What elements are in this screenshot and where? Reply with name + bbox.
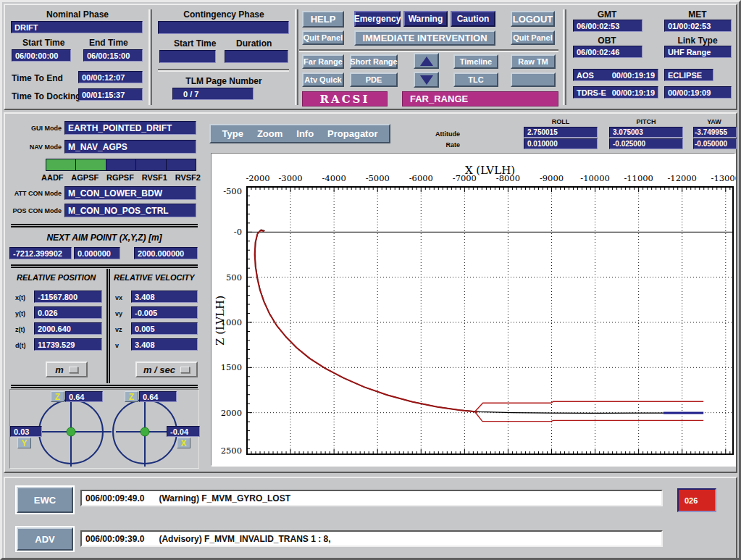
velocity-unit-dropdown[interactable]: m / sec	[135, 362, 198, 377]
svg-text:-3000: -3000	[278, 173, 302, 183]
aim-point-x: -7212.399902	[9, 247, 72, 259]
eclipse-field: ECLIPSE	[664, 69, 713, 81]
aim-point-z: 2000.000000	[134, 247, 198, 259]
nav-flag-bar	[46, 159, 196, 171]
vel-y-value: -0.005	[131, 306, 198, 319]
scroll-up-button[interactable]	[414, 53, 439, 69]
menu-propagator[interactable]: Propagator	[327, 128, 377, 139]
app-name-text: RACSI	[320, 93, 370, 106]
far-range-button[interactable]: Far Range	[302, 54, 344, 69]
svg-text:-9000: -9000	[540, 173, 564, 183]
gauge1-z-value: 0.64	[65, 391, 103, 402]
position-unit-value: m	[55, 364, 64, 375]
pos-d-value: 11739.529	[34, 338, 102, 351]
ewc-message-field[interactable]: 006/00:09:49.0 (Warning) F_MVM_GYRO_LOST	[80, 490, 663, 506]
scroll-down-button[interactable]	[414, 72, 439, 88]
blank-button[interactable]	[511, 72, 556, 87]
tdrs-field: TDRS-E 00/00:19:19	[573, 86, 658, 99]
svg-text:-11000: -11000	[624, 173, 653, 183]
top-status-bar: Nominal Phase DRIFT Start Time End Time …	[4, 4, 737, 110]
menu-info[interactable]: Info	[296, 128, 314, 139]
logout-button[interactable]: LOGOUT	[511, 11, 555, 27]
gauge2-z-value: 0.64	[139, 391, 177, 402]
trajectory-chart[interactable]: -2000-3000-4000-5000-6000-7000-8000-9000…	[211, 153, 735, 466]
roll-header: ROLL	[524, 118, 598, 125]
svg-text:-500: -500	[223, 186, 242, 196]
quit-panel-right-button[interactable]: Quit Panel	[511, 30, 555, 45]
nav-flag-labels: AADF AGPSF RGPSF RVSF1 RVSF2	[41, 173, 201, 182]
vel-z-value: 0.005	[131, 322, 198, 335]
caution-button[interactable]: Caution	[451, 11, 495, 27]
svg-text:X (LVLH): X (LVLH)	[465, 164, 515, 177]
adv-button[interactable]: ADV	[17, 527, 73, 551]
adv-message-field[interactable]: 006/00:09:39.0 (Advisory) F_MVM_INVALID_…	[80, 530, 663, 547]
contingency-phase-panel: Contingency Phase Start Time Duration TL…	[155, 7, 293, 108]
immediate-intervention-button[interactable]: IMMEDIATE INTERVENTION	[354, 30, 495, 46]
quit-panel-left-button[interactable]: Quit Panel	[302, 30, 344, 45]
menu-type[interactable]: Type	[222, 128, 243, 139]
warning-button[interactable]: Warning	[403, 11, 448, 27]
nominal-end-time: 06/00:15:00	[83, 49, 143, 62]
svg-text:2500: 2500	[221, 446, 242, 456]
emergency-button[interactable]: Emergency	[354, 11, 401, 27]
raw-tm-button[interactable]: Raw TM	[511, 54, 556, 69]
link-type-value: UHF Range	[664, 46, 732, 58]
help-button[interactable]: HELP	[302, 11, 344, 28]
contingency-phase-title: Contingency Phase	[155, 9, 293, 20]
atv-quick-button[interactable]: Atv Quick	[302, 72, 344, 87]
flag-label: AGPSF	[71, 173, 99, 182]
ewc-button[interactable]: EWC	[17, 487, 73, 513]
timeline-button[interactable]: Timeline	[453, 54, 498, 69]
time-to-end-label: Time To End	[12, 73, 63, 83]
separator	[299, 49, 558, 52]
separator	[148, 9, 152, 105]
aim-point-title: NEXT AIM POINT (X,Y,Z) [m]	[8, 233, 201, 243]
roll-attitude-value: 2.750015	[524, 127, 598, 138]
gauge1-y-axis-chip: Y	[17, 438, 31, 448]
time-to-docking-value: 00/01:15:37	[78, 88, 143, 101]
aos-label: AOS	[577, 71, 594, 80]
svg-text:500: 500	[226, 272, 242, 283]
flag-segment-aadf	[46, 159, 76, 170]
chart-region: Type Zoom Info Propagator Attitude Rate …	[205, 115, 738, 472]
tlm-page-value: 0 / 7	[172, 88, 254, 100]
svg-text:-6000: -6000	[409, 173, 433, 183]
short-range-button[interactable]: Short Range	[350, 54, 398, 69]
att-con-mode-value: M_CON_LOWER_BDW	[64, 186, 196, 200]
pos-d-label: d(t)	[15, 342, 26, 349]
pos-z-label: z(t)	[15, 326, 25, 333]
trajectory-plot: -2000-3000-4000-5000-6000-7000-8000-9000…	[212, 154, 736, 467]
svg-text:-0: -0	[234, 227, 242, 237]
attitude-row-label: Attitude	[409, 130, 460, 138]
svg-text:-13000: -13000	[711, 173, 736, 183]
tdrs-label: TDRS-E	[577, 88, 606, 97]
pde-button[interactable]: PDE	[350, 72, 398, 87]
contingency-duration-label: Duration	[236, 38, 272, 49]
nominal-phase-title: Nominal Phase	[8, 9, 147, 20]
main-section: GUI Mode EARTH_POINTED_DRIFT NAV Mode M_…	[4, 112, 737, 473]
aim-point-y: 0.000000	[74, 247, 120, 259]
pos-x-value: -11567.800	[34, 291, 102, 303]
pos-x-label: x(t)	[15, 294, 25, 301]
gauge2-x-value: -0.04	[167, 426, 200, 437]
position-unit-dropdown[interactable]: m	[46, 362, 88, 377]
flag-segment-rgpsf	[106, 159, 136, 170]
met-value: 01/00:02:53	[664, 20, 732, 32]
obt-value: 06/00:02:46	[573, 46, 642, 58]
pos-z-value: 2000.640	[34, 322, 102, 335]
gauge1-z-axis-chip: Z	[51, 391, 64, 402]
nominal-phase-value: DRIFT	[11, 21, 143, 33]
svg-text:-10000: -10000	[580, 173, 609, 183]
flag-label: RGPSF	[106, 173, 134, 182]
svg-text:-2000: -2000	[246, 173, 269, 183]
pitch-rate-value: -0.025000	[609, 138, 683, 149]
tlc-button[interactable]: TLC	[453, 72, 498, 87]
vel-x-value: 3.408	[131, 291, 198, 303]
flag-label: RVSF2	[175, 173, 201, 182]
control-buttons-panel: HELP Emergency Warning Caution LOGOUT Qu…	[299, 5, 561, 109]
nav-mode-label: NAV Mode	[8, 143, 62, 151]
menu-zoom[interactable]: Zoom	[257, 128, 282, 139]
vel-v-value: 3.408	[131, 338, 198, 351]
dropdown-handle-icon	[69, 367, 78, 373]
flag-segment-agpsf	[76, 159, 106, 170]
